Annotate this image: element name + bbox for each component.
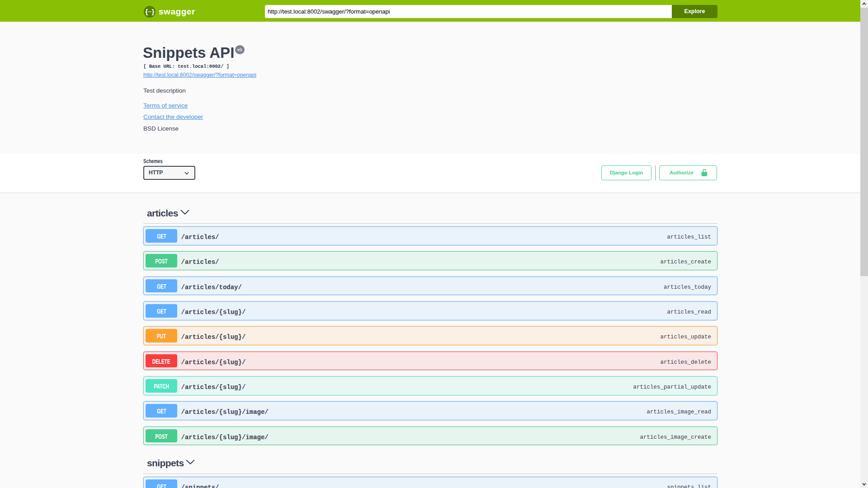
svg-text:{: { xyxy=(145,8,148,15)
svg-text:}: } xyxy=(152,8,155,15)
